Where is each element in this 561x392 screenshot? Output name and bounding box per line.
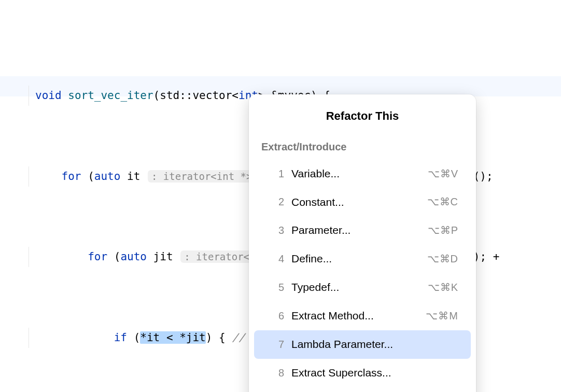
popup-item-number: 1 bbox=[267, 164, 284, 184]
popup-item-number: 6 bbox=[267, 306, 284, 326]
popup-section-header: Extract/Introduce bbox=[249, 134, 476, 160]
popup-item-label: Lambda Parameter... bbox=[291, 334, 458, 355]
popup-item-number: 3 bbox=[267, 221, 284, 240]
popup-item-label: Extract Superclass... bbox=[291, 363, 458, 383]
popup-item-constant[interactable]: 2Constant...⌥⌘C bbox=[254, 188, 471, 217]
popup-item-number: 7 bbox=[267, 335, 284, 354]
popup-item-extract-superclass[interactable]: 8Extract Superclass... bbox=[254, 359, 471, 387]
popup-item-number: 8 bbox=[267, 363, 284, 383]
popup-item-shortcut: ⌥⌘C bbox=[427, 192, 458, 212]
popup-item-lambda-parameter[interactable]: 7Lambda Parameter... bbox=[254, 330, 471, 359]
refactor-popup: Refactor This Extract/Introduce 1Variabl… bbox=[249, 94, 476, 392]
popup-item-define[interactable]: 4Define...⌥⌘D bbox=[254, 245, 471, 273]
popup-item-label: Constant... bbox=[291, 192, 427, 213]
popup-item-shortcut: ⌥⌘M bbox=[426, 306, 458, 326]
popup-items: 1Variable...⌥⌘V2Constant...⌥⌘C3Parameter… bbox=[249, 160, 476, 392]
popup-item-extract-method[interactable]: 6Extract Method...⌥⌘M bbox=[254, 302, 471, 330]
popup-item-typedef[interactable]: 5Typedef...⌥⌘K bbox=[254, 273, 471, 302]
popup-title: Refactor This bbox=[249, 103, 476, 134]
popup-item-subclass[interactable]: 9Subclass... bbox=[254, 387, 471, 392]
popup-item-variable[interactable]: 1Variable...⌥⌘V bbox=[254, 160, 471, 188]
popup-item-parameter[interactable]: 3Parameter...⌥⌘P bbox=[254, 216, 471, 245]
popup-item-label: Extract Method... bbox=[291, 306, 426, 326]
popup-item-label: Parameter... bbox=[291, 220, 428, 241]
popup-item-number: 2 bbox=[267, 192, 284, 212]
popup-item-shortcut: ⌥⌘D bbox=[427, 249, 458, 269]
text-selection: *it < *jit bbox=[140, 331, 205, 344]
popup-item-number: 5 bbox=[267, 278, 284, 297]
popup-item-label: Variable... bbox=[291, 164, 428, 184]
popup-item-shortcut: ⌥⌘K bbox=[428, 278, 458, 297]
popup-item-shortcut: ⌥⌘V bbox=[428, 164, 458, 184]
popup-item-label: Typedef... bbox=[291, 277, 428, 298]
popup-item-label: Define... bbox=[291, 249, 427, 269]
inlay-hint: : iterator<int *> bbox=[148, 170, 256, 183]
popup-item-shortcut: ⌥⌘P bbox=[428, 221, 458, 240]
popup-item-number: 4 bbox=[267, 249, 284, 269]
